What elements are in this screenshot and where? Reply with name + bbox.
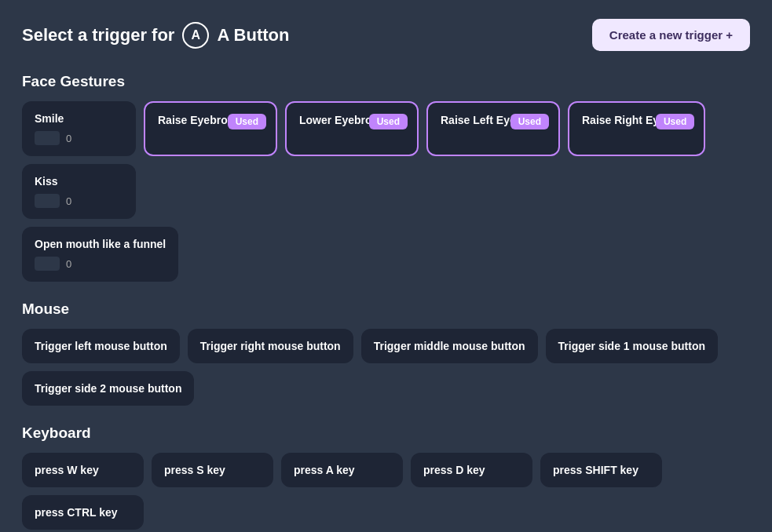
face-card-smile-row: 0 xyxy=(35,131,123,145)
mouse-section: Mouse Trigger left mouse button Trigger … xyxy=(22,301,750,406)
mouse-card-side1[interactable]: Trigger side 1 mouse button xyxy=(546,329,718,363)
key-card-ctrl[interactable]: press CTRL key xyxy=(22,495,144,530)
mouse-title: Mouse xyxy=(22,301,750,318)
mouse-card-side1-label: Trigger side 1 mouse button xyxy=(558,340,705,352)
face-card-open-mouth-box xyxy=(35,257,60,271)
face-gestures-section: Face Gestures Smile 0 Raise Eyebrows Use… xyxy=(22,73,750,282)
used-badge-raise1: Used xyxy=(228,114,266,129)
face-card-raise2[interactable]: Raise Left Eyebrow Used xyxy=(426,101,560,156)
mouse-card-left[interactable]: Trigger left mouse button xyxy=(22,329,180,363)
mouse-card-right-label: Trigger right mouse button xyxy=(200,340,341,352)
face-card-smile-count: 0 xyxy=(66,133,71,144)
key-card-shift-label: press SHIFT key xyxy=(553,464,649,476)
mouse-card-left-label: Trigger left mouse button xyxy=(35,340,167,352)
face-card-open-mouth-count: 0 xyxy=(66,258,71,270)
used-badge-raise3: Used xyxy=(656,114,694,129)
face-card-open-mouth[interactable]: Open mouth like a funnel 0 xyxy=(22,227,178,282)
key-card-shift[interactable]: press SHIFT key xyxy=(540,453,662,487)
face-gestures-title: Face Gestures xyxy=(22,73,750,90)
face-card-kiss-row: 0 xyxy=(35,194,123,208)
header: Select a trigger for A A Button Create a… xyxy=(22,19,750,51)
key-card-d[interactable]: press D key xyxy=(411,453,532,487)
face-card-smile-label: Smile xyxy=(35,112,123,125)
key-card-ctrl-label: press CTRL key xyxy=(35,506,131,519)
mouse-card-right[interactable]: Trigger right mouse button xyxy=(188,329,353,363)
button-badge: A xyxy=(182,22,209,49)
mouse-card-middle-label: Trigger middle mouse button xyxy=(374,340,525,352)
face-card-smile-box xyxy=(35,131,60,145)
mouse-card-side2-label: Trigger side 2 mouse button xyxy=(35,382,181,395)
keyboard-section: Keyboard press W key press S key press A… xyxy=(22,425,750,532)
face-card-raise3[interactable]: Raise Right Eyebrow Used xyxy=(568,101,705,156)
face-card-open-mouth-label: Open mouth like a funnel xyxy=(35,238,166,250)
keyboard-title: Keyboard xyxy=(22,425,750,442)
mouse-card-side2[interactable]: Trigger side 2 mouse button xyxy=(22,371,194,406)
keyboard-row1: press W key press S key press A key pres… xyxy=(22,453,750,530)
key-card-s[interactable]: press S key xyxy=(152,453,273,487)
key-card-a-label: press A key xyxy=(294,464,390,476)
button-label: A Button xyxy=(217,25,289,46)
face-card-kiss-box xyxy=(35,194,60,208)
key-card-w-label: press W key xyxy=(35,464,131,476)
face-card-lower[interactable]: Lower Eyebrows Used xyxy=(285,101,419,156)
header-left: Select a trigger for A A Button xyxy=(22,22,289,49)
mouse-card-middle[interactable]: Trigger middle mouse button xyxy=(361,329,538,363)
face-card-smile[interactable]: Smile 0 xyxy=(22,101,136,156)
face-gestures-cards: Smile 0 Raise Eyebrows Used Lower Eyebro… xyxy=(22,101,750,219)
face-gestures-row2: Open mouth like a funnel 0 xyxy=(22,227,750,282)
face-card-raise1[interactable]: Raise Eyebrows Used xyxy=(144,101,277,156)
used-badge-lower: Used xyxy=(369,114,408,129)
face-card-kiss[interactable]: Kiss 0 xyxy=(22,164,136,219)
key-card-a[interactable]: press A key xyxy=(281,453,403,487)
face-card-kiss-label: Kiss xyxy=(35,175,123,188)
mouse-cards: Trigger left mouse button Trigger right … xyxy=(22,329,750,406)
key-card-w[interactable]: press W key xyxy=(22,453,144,487)
key-card-s-label: press S key xyxy=(164,464,261,476)
face-card-open-mouth-row: 0 xyxy=(35,257,166,271)
create-trigger-button[interactable]: Create a new trigger + xyxy=(592,19,750,51)
face-card-kiss-count: 0 xyxy=(66,195,71,207)
key-card-d-label: press D key xyxy=(423,464,520,476)
used-badge-raise2: Used xyxy=(510,114,549,129)
page-title: Select a trigger for xyxy=(22,25,174,46)
